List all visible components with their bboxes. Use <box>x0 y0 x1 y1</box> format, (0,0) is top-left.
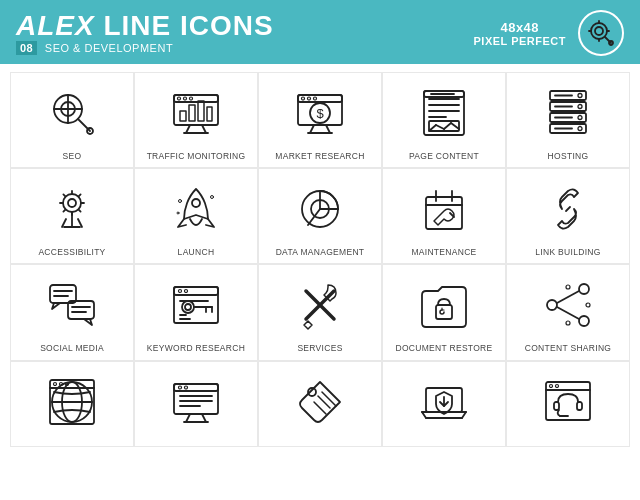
document-restore-icon <box>412 273 476 337</box>
svg-point-25 <box>190 97 193 100</box>
icon-cell-globe <box>10 361 134 447</box>
svg-line-127 <box>186 414 190 422</box>
icon-cell-document-restore: DOCUMENT RESTORE <box>382 264 506 360</box>
header-subtitle: 08 SEO & DEVELOPMENT <box>16 42 274 54</box>
svg-point-71 <box>192 199 200 207</box>
icon-cell-traffic-monitoring: TRAFFIC MONITORING <box>134 72 258 168</box>
icon-cell-data-management: DATA MANAGEMENT <box>258 168 382 264</box>
series-number: 08 <box>16 41 37 55</box>
svg-point-28 <box>302 97 305 100</box>
header: ALEX LINE ICONS 08 SEO & DEVELOPMENT 48x… <box>0 0 640 64</box>
monitor-text-icon <box>164 370 228 434</box>
svg-line-66 <box>63 195 65 197</box>
svg-point-61 <box>68 199 76 207</box>
services-label: SERVICES <box>297 343 342 353</box>
maintenance-icon <box>412 177 476 241</box>
svg-line-43 <box>436 125 444 129</box>
svg-point-55 <box>578 127 582 131</box>
svg-rect-21 <box>207 107 212 121</box>
svg-line-85 <box>566 207 570 211</box>
svg-rect-143 <box>546 382 590 420</box>
svg-line-136 <box>314 402 326 414</box>
pixel-perfect-label: 48x48 PIXEL PERFECT <box>474 20 566 47</box>
svg-point-94 <box>179 290 182 293</box>
svg-point-107 <box>579 284 589 294</box>
hosting-label: HOSTING <box>548 151 589 161</box>
svg-point-29 <box>308 97 311 100</box>
seo-label: SEO <box>63 151 82 161</box>
brand-rest: LINE ICONS <box>95 10 274 41</box>
svg-line-111 <box>557 307 579 319</box>
svg-point-125 <box>179 386 182 389</box>
svg-line-110 <box>557 291 579 303</box>
svg-point-24 <box>184 97 187 100</box>
svg-point-74 <box>177 212 179 214</box>
svg-point-97 <box>185 304 191 310</box>
market-research-label: MARKET RESEARCH <box>275 151 364 161</box>
svg-point-126 <box>185 386 188 389</box>
svg-line-31 <box>310 125 314 133</box>
icon-cell-tag <box>258 361 382 447</box>
icon-cell-maintenance: MAINTENANCE <box>382 168 506 264</box>
svg-line-16 <box>202 125 206 133</box>
svg-point-95 <box>185 290 188 293</box>
header-search-gear-icon <box>585 17 617 49</box>
social-media-label: SOCIAL MEDIA <box>40 343 104 353</box>
svg-line-68 <box>78 195 80 197</box>
svg-point-53 <box>578 105 582 109</box>
traffic-monitoring-label: TRAFFIC MONITORING <box>147 151 246 161</box>
svg-point-52 <box>578 94 582 98</box>
icon-cell-link-building: LINK BUILDING <box>506 168 630 264</box>
svg-rect-148 <box>577 402 582 410</box>
launch-label: LAUNCH <box>178 247 215 257</box>
services-icon <box>288 273 352 337</box>
pixel-label: PIXEL PERFECT <box>474 35 566 47</box>
icon-cell-keyword-research: KEYWORD RESEARCH <box>134 264 258 360</box>
icon-cell-hosting: HOSTING <box>506 72 630 168</box>
header-left: ALEX LINE ICONS 08 SEO & DEVELOPMENT <box>16 12 274 54</box>
icon-cell-shield-laptop <box>382 361 506 447</box>
svg-point-54 <box>578 116 582 120</box>
seo-icon <box>40 81 104 145</box>
svg-rect-147 <box>554 402 559 410</box>
headset-icon <box>536 370 600 434</box>
svg-point-23 <box>178 97 181 100</box>
social-media-icon <box>40 273 104 337</box>
svg-rect-93 <box>174 287 218 295</box>
svg-point-113 <box>586 303 590 307</box>
svg-point-145 <box>550 384 553 387</box>
svg-line-45 <box>451 123 459 129</box>
svg-line-135 <box>322 392 336 406</box>
data-management-label: DATA MANAGEMENT <box>276 247 365 257</box>
svg-point-1 <box>595 27 603 35</box>
icon-cell-services: SERVICES <box>258 264 382 360</box>
hosting-icon <box>536 81 600 145</box>
traffic-monitoring-icon <box>164 81 228 145</box>
svg-point-114 <box>566 321 570 325</box>
svg-line-32 <box>326 125 330 133</box>
launch-icon <box>164 177 228 241</box>
accessibility-label: ACCESSIBILITY <box>38 247 105 257</box>
brand-alex: ALEX <box>16 10 95 41</box>
svg-point-112 <box>566 285 570 289</box>
icon-cell-page-content: PAGE CONTENT <box>382 72 506 168</box>
content-sharing-label: CONTENT SHARING <box>525 343 612 353</box>
keyword-research-icon <box>164 273 228 337</box>
icon-cell-launch: LAUNCH <box>134 168 258 264</box>
icon-cell-accessibility: ACCESSIBILITY <box>10 168 134 264</box>
brand-title: ALEX LINE ICONS <box>16 12 274 40</box>
header-right: 48x48 PIXEL PERFECT <box>474 10 624 56</box>
shield-laptop-icon <box>412 370 476 434</box>
svg-point-96 <box>182 301 194 313</box>
svg-point-121 <box>60 382 63 385</box>
svg-rect-80 <box>426 197 462 229</box>
icon-cell-content-sharing: CONTENT SHARING <box>506 264 630 360</box>
pixel-size: 48x48 <box>474 20 566 35</box>
content-sharing-icon <box>536 273 600 337</box>
icon-cell-social-media: SOCIAL MEDIA <box>10 264 134 360</box>
svg-line-44 <box>444 123 451 129</box>
svg-line-15 <box>186 125 190 133</box>
tag-icon <box>288 370 352 434</box>
svg-rect-19 <box>189 105 195 121</box>
svg-point-109 <box>547 300 557 310</box>
